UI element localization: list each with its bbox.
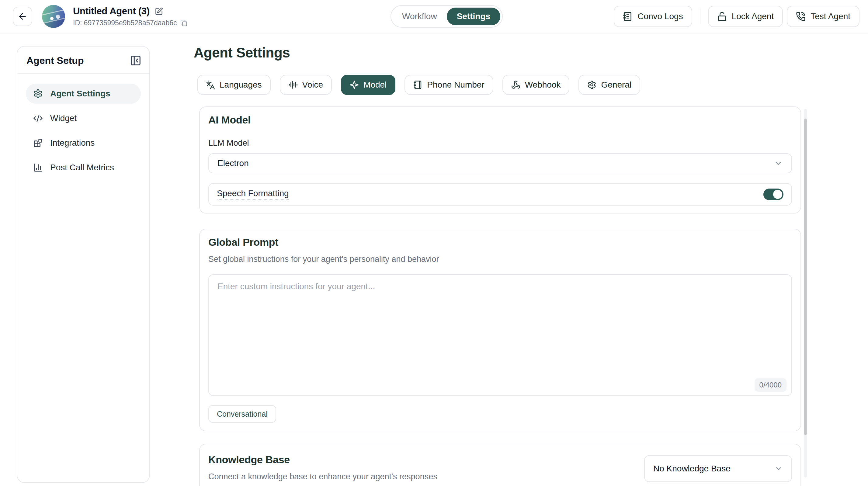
knowledge-base-heading: Knowledge Base [208, 453, 437, 466]
notebook-icon [623, 11, 632, 21]
sidebar-item-integrations[interactable]: Integrations [26, 133, 141, 153]
code-icon [33, 114, 43, 123]
header-divider [700, 8, 701, 24]
ai-model-card: AI Model LLM Model Electron Speech Forma… [199, 107, 801, 213]
conversational-chip[interactable]: Conversational [208, 405, 276, 423]
sidebar-item-agent-settings[interactable]: Agent Settings [26, 84, 141, 104]
tab-label: Model [364, 80, 386, 90]
convo-logs-button[interactable]: Convo Logs [614, 6, 692, 27]
global-prompt-textarea[interactable] [208, 274, 792, 396]
copy-icon[interactable] [180, 20, 187, 27]
speech-formatting-toggle[interactable] [764, 188, 783, 200]
ai-model-heading: AI Model [208, 114, 792, 126]
knowledge-base-text: Knowledge Base Connect a knowledge base … [208, 453, 437, 481]
tab-voice[interactable]: Voice [280, 75, 332, 95]
panel-collapse-icon [130, 55, 142, 66]
sidebar-item-label: Widget [50, 114, 76, 123]
global-prompt-subtitle: Set global instructions for your agent's… [208, 254, 792, 264]
gear-icon [587, 80, 596, 89]
settings-tabs: Languages Voice Model Phone Number Webho… [197, 75, 640, 95]
sidebar-item-widget[interactable]: Widget [26, 108, 141, 128]
lock-open-icon [717, 11, 727, 21]
tab-model[interactable]: Model [341, 75, 395, 95]
header-actions: Convo Logs Lock Agent Test Agent [614, 6, 860, 27]
sidebar-nav: Agent Settings Widget Integrations Post … [17, 74, 149, 187]
back-button[interactable] [13, 7, 32, 26]
lock-agent-button[interactable]: Lock Agent [708, 6, 783, 27]
knowledge-base-select[interactable]: No Knowledge Base [644, 455, 792, 482]
tab-label: Phone Number [427, 80, 484, 90]
arrow-left-icon [18, 11, 27, 21]
knowledge-base-subtitle: Connect a knowledge base to enhance your… [208, 472, 437, 481]
top-bar: Untitled Agent (3) ID: 697735995e9b528a5… [0, 0, 868, 33]
sidebar-title: Agent Setup [27, 55, 84, 66]
agent-id: ID: 697735995e9b528a57daab6c [73, 19, 177, 27]
sidebar-item-post-call-metrics[interactable]: Post Call Metrics [26, 157, 141, 178]
collapse-sidebar-button[interactable] [130, 55, 142, 66]
audio-waveform-icon [289, 80, 298, 89]
tab-webhook[interactable]: Webhook [502, 75, 570, 95]
sparkle-icon [350, 80, 359, 89]
settings-tab[interactable]: Settings [447, 8, 500, 25]
tab-phone-number[interactable]: Phone Number [404, 75, 493, 95]
app: Untitled Agent (3) ID: 697735995e9b528a5… [0, 0, 868, 486]
blocks-icon [33, 138, 43, 148]
languages-icon [206, 80, 215, 89]
phone-call-icon [796, 11, 806, 21]
test-agent-button[interactable]: Test Agent [787, 6, 860, 27]
scrollbar-thumb[interactable] [804, 119, 807, 435]
tab-label: Languages [220, 80, 262, 90]
speech-formatting-row: Speech Formatting [208, 183, 792, 206]
knowledge-base-value: No Knowledge Base [653, 464, 731, 474]
page-title: Agent Settings [194, 44, 290, 61]
speech-formatting-label[interactable]: Speech Formatting [217, 188, 289, 200]
llm-model-select[interactable]: Electron [208, 153, 792, 173]
edit-icon[interactable] [155, 7, 163, 16]
llm-model-value: Electron [217, 158, 249, 168]
sidebar-item-label: Post Call Metrics [50, 163, 114, 173]
lock-agent-label: Lock Agent [732, 11, 774, 21]
tab-label: Voice [302, 80, 323, 90]
llm-model-label: LLM Model [208, 138, 792, 148]
global-prompt-heading: Global Prompt [208, 236, 792, 248]
phonebook-icon [413, 80, 423, 89]
chevron-down-icon [774, 464, 783, 473]
sidebar-item-label: Agent Settings [50, 89, 111, 98]
tab-languages[interactable]: Languages [197, 75, 271, 95]
workflow-tab[interactable]: Workflow [393, 8, 446, 25]
bar-chart-icon [33, 163, 43, 173]
gear-icon [33, 89, 43, 98]
sidebar-item-label: Integrations [50, 138, 95, 148]
chevron-down-icon [774, 159, 783, 168]
webhook-icon [511, 80, 520, 89]
tab-label: Webhook [525, 80, 561, 90]
tab-label: General [601, 80, 631, 90]
tab-general[interactable]: General [579, 75, 640, 95]
char-counter: 0/4000 [754, 378, 786, 392]
agent-title-block: Untitled Agent (3) ID: 697735995e9b528a5… [73, 6, 187, 27]
convo-logs-label: Convo Logs [638, 11, 683, 21]
test-agent-label: Test Agent [810, 11, 850, 21]
agent-avatar [42, 5, 65, 28]
agent-name: Untitled Agent (3) [73, 6, 150, 17]
header-left: Untitled Agent (3) ID: 697735995e9b528a5… [13, 5, 187, 28]
view-switch: Workflow Settings [391, 5, 503, 28]
sidebar: Agent Setup Agent Settings Widget [17, 46, 150, 483]
global-prompt-card: Global Prompt Set global instructions fo… [199, 229, 801, 431]
knowledge-base-card: Knowledge Base Connect a knowledge base … [199, 444, 801, 486]
